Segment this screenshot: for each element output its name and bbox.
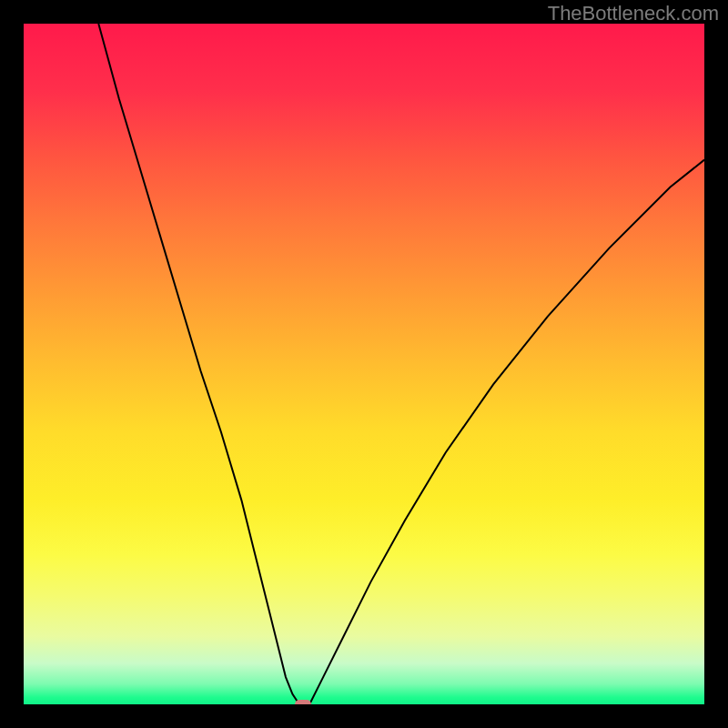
curve-layer [24,24,704,704]
curve-right-branch [309,160,704,704]
attribution-text: TheBottleneck.com [548,2,719,25]
plot-area [24,24,704,704]
minimum-marker [295,700,311,704]
chart-container: TheBottleneck.com [0,0,728,728]
curve-left-branch [98,24,299,704]
